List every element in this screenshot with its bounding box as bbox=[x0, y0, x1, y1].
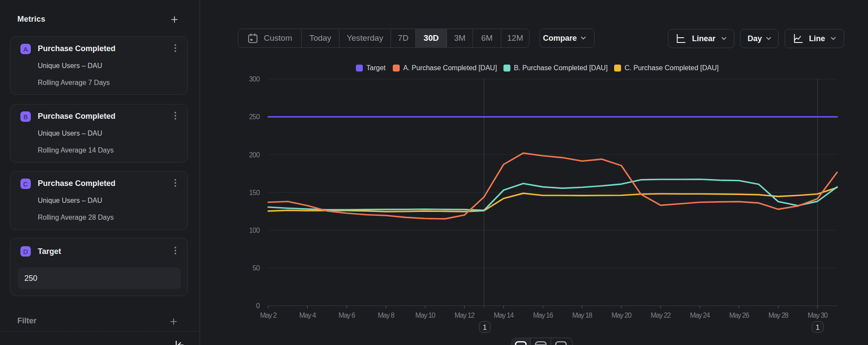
svg-text:May 4: May 4 bbox=[299, 312, 316, 319]
svg-text:May 24: May 24 bbox=[690, 312, 710, 319]
svg-text:250: 250 bbox=[249, 113, 260, 120]
svg-text:50: 50 bbox=[253, 264, 260, 272]
svg-text:May 18: May 18 bbox=[572, 312, 593, 319]
svg-text:200: 200 bbox=[249, 151, 260, 159]
svg-text:150: 150 bbox=[249, 189, 260, 196]
svg-text:May 16: May 16 bbox=[533, 312, 553, 319]
svg-text:300: 300 bbox=[249, 75, 260, 83]
svg-text:May 14: May 14 bbox=[494, 312, 514, 319]
svg-text:May 28: May 28 bbox=[769, 312, 789, 319]
svg-text:May 6: May 6 bbox=[339, 312, 355, 319]
svg-text:0: 0 bbox=[256, 302, 260, 309]
svg-text:100: 100 bbox=[249, 227, 260, 234]
svg-text:May 10: May 10 bbox=[415, 312, 436, 319]
svg-text:1: 1 bbox=[483, 323, 487, 332]
svg-text:May 30: May 30 bbox=[808, 312, 828, 319]
svg-text:May 12: May 12 bbox=[454, 312, 475, 319]
svg-text:1: 1 bbox=[815, 323, 819, 332]
svg-text:May 26: May 26 bbox=[729, 312, 750, 319]
svg-text:May 2: May 2 bbox=[260, 312, 277, 319]
svg-text:May 22: May 22 bbox=[651, 312, 671, 319]
svg-text:May 8: May 8 bbox=[378, 312, 395, 319]
svg-text:May 20: May 20 bbox=[612, 312, 632, 319]
